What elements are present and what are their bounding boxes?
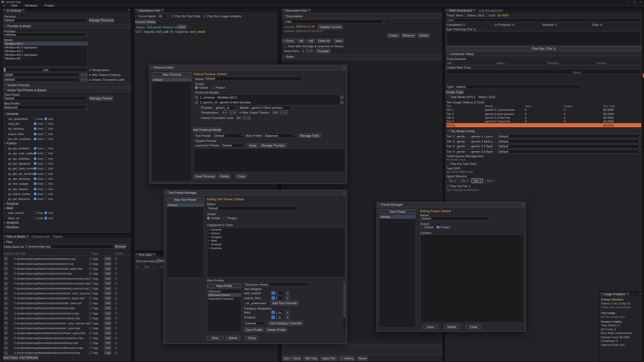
ask-radio[interactable]: [44, 122, 47, 125]
ask-radio[interactable]: [44, 152, 47, 155]
tab-files-media[interactable]: ▾ Files & Media ×: [2, 234, 30, 238]
add-tool-override-button[interactable]: Add Tool Override: [271, 301, 298, 305]
remove-file-button[interactable]: x: [4, 277, 8, 280]
ask-radio[interactable]: [44, 172, 47, 175]
bias-profile-item[interactable]: Balanced: [208, 290, 241, 293]
active-presets-section-header[interactable]: ▾ Active Tool Presets & Biases: [3, 88, 131, 92]
agg-checkbox[interactable]: ✓: [89, 287, 92, 290]
new-profile-button[interactable]: New Profile: [207, 284, 242, 288]
close-icon[interactable]: ×: [26, 235, 28, 238]
tab-log-management[interactable]: Log Management: [477, 8, 505, 12]
ask-radio[interactable]: [44, 177, 47, 180]
full-button[interactable]: Full: [104, 277, 112, 280]
agg-checkbox[interactable]: ✓: [89, 312, 92, 315]
tier-model-select[interactable]: gemini-3.1-pro-preview ▾: [470, 134, 496, 138]
category-node[interactable]: ▸ Analysis: [208, 243, 345, 246]
remove-file-button[interactable]: x: [4, 302, 8, 305]
full-button[interactable]: Full: [104, 282, 112, 285]
create-track-button[interactable]: Create Track: [446, 90, 463, 94]
add-preferred-model-button[interactable]: Add Preferred Model: [193, 128, 220, 132]
agg-checkbox[interactable]: ✓: [89, 307, 92, 310]
step-mode-checkbox[interactable]: ✓: [446, 96, 449, 98]
tier-preset-select[interactable]: Default ▾: [498, 144, 641, 148]
auto-radio[interactable]: [34, 137, 36, 140]
new-preset-button[interactable]: New Preset: [379, 209, 416, 214]
ask-radio[interactable]: [44, 167, 47, 170]
remove-file-button[interactable]: x: [4, 341, 8, 345]
keep-pairs-increment-button[interactable]: +: [310, 49, 313, 53]
md-only-button[interactable]: MD Only: [304, 356, 319, 361]
persona-name-input[interactable]: [204, 76, 302, 81]
history-limit-input[interactable]: [235, 116, 242, 120]
add-wildcard-button[interactable]: Add Wildcard: [19, 356, 38, 360]
scrollbar-thumb[interactable]: [343, 282, 345, 318]
full-button[interactable]: Full: [104, 341, 112, 345]
close-icon[interactable]: ×: [308, 8, 310, 12]
auto-add-checkbox[interactable]: ✓: [284, 45, 286, 48]
remove-weight-button[interactable]: x: [286, 296, 290, 300]
save-button[interactable]: Save: [422, 325, 438, 329]
stream-tab[interactable]: Tier 3: [472, 178, 483, 183]
multiplier-input[interactable]: 1.5x: [271, 310, 283, 314]
remove-file-button[interactable]: x: [4, 287, 8, 290]
ask-radio[interactable]: [44, 197, 47, 200]
max-output-tokens-input[interactable]: [271, 110, 279, 114]
basedir-input[interactable]: [24, 244, 114, 249]
auto-radio[interactable]: [34, 117, 36, 120]
auto-radio[interactable]: [34, 187, 36, 190]
agg-checkbox[interactable]: ✓: [89, 337, 92, 339]
category-node[interactable]: ▸ General: [208, 228, 345, 231]
agg-checkbox[interactable]: ✓: [89, 352, 92, 354]
remove-file-button[interactable]: x: [4, 297, 8, 300]
mot-decrement-button[interactable]: −: [280, 110, 284, 114]
preset-name-input[interactable]: [420, 216, 489, 221]
auto-radio[interactable]: [34, 122, 36, 125]
track-type-select[interactable]: feature ▾: [455, 84, 583, 89]
ask-radio[interactable]: [44, 127, 47, 130]
keep-pairs-decrement-button[interactable]: −: [306, 49, 309, 53]
clear-status-button[interactable]: Clear: [178, 25, 186, 29]
comms-history-button[interactable]: Comms History: [136, 20, 155, 24]
category-node[interactable]: ▸ Python: [208, 231, 345, 235]
tool-preset-select[interactable]: Default ▾: [214, 133, 244, 138]
remove-file-button[interactable]: x: [4, 262, 8, 265]
project-radio[interactable]: [211, 86, 214, 89]
pop-out-dag-checkbox[interactable]: ✓: [446, 163, 449, 165]
full-button[interactable]: Full: [104, 326, 112, 330]
message-input[interactable]: [282, 345, 442, 356]
model-list-item[interactable]: MiniMax-M2.5: [4, 42, 88, 45]
ask-radio[interactable]: [44, 162, 47, 165]
close-icon[interactable]: ×: [161, 8, 163, 12]
remove-file-button[interactable]: x: [4, 351, 8, 355]
ask-radio[interactable]: [44, 217, 47, 219]
group-web[interactable]: ▾ Web: [3, 206, 131, 211]
category-node[interactable]: ▸ Surgical: [208, 235, 345, 239]
tier-provider-select[interactable]: gemini ▾: [456, 144, 468, 148]
tier-model-select[interactable]: gemini-2.5-flash-lite ▾: [470, 149, 496, 153]
save-profile-button[interactable]: Save Profile: [244, 328, 264, 332]
remove-model-button[interactable]: ×: [340, 101, 344, 104]
remove-file-button[interactable]: x: [4, 267, 8, 270]
auto-radio[interactable]: [34, 217, 36, 219]
bias-scrollbar[interactable]: [343, 282, 345, 333]
remove-file-button[interactable]: x: [4, 346, 8, 350]
auto-radio[interactable]: [34, 197, 36, 200]
ask-radio[interactable]: [44, 212, 47, 214]
preset-content-input[interactable]: [420, 234, 524, 323]
save-button[interactable]: Save: [207, 336, 224, 340]
full-button[interactable]: Full: [104, 287, 112, 290]
temp-decrement-button[interactable]: −: [229, 110, 232, 114]
remove-file-button[interactable]: x: [4, 257, 8, 260]
tier-provider-select[interactable]: gemini ▾: [456, 139, 468, 143]
remove-multiplier-button[interactable]: x: [286, 315, 290, 319]
agg-checkbox[interactable]: ✓: [89, 322, 92, 325]
tier-preset-select[interactable]: Default ▾: [498, 139, 641, 143]
close-icon[interactable]: ×: [128, 8, 130, 12]
tab-context-hub[interactable]: Context Hub: [30, 234, 51, 238]
full-button[interactable]: Full: [104, 306, 112, 310]
bias-profile-select[interactable]: Balanced ▾: [264, 133, 296, 138]
weight-input[interactable]: 4: [271, 296, 283, 300]
category-node[interactable]: ▸ Web: [208, 239, 345, 243]
delete-button[interactable]: Delete: [418, 33, 430, 38]
persona-list-item[interactable]: Default: [152, 78, 191, 82]
